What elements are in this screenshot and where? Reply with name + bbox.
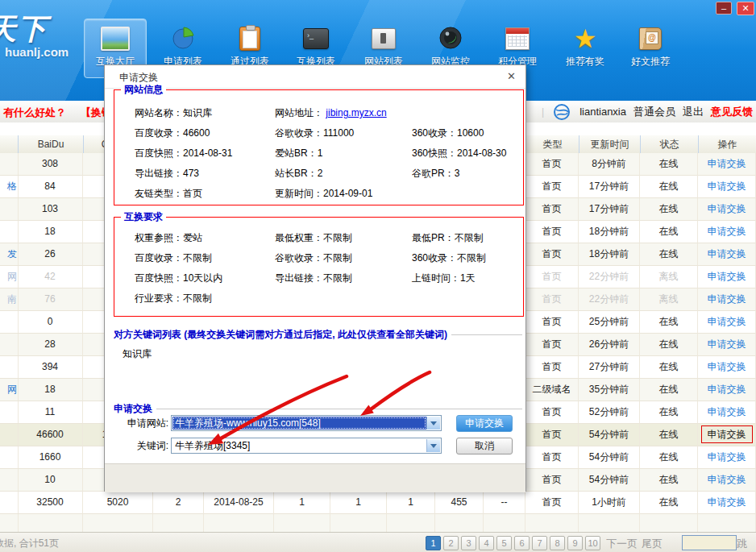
apply-exchange-link[interactable]: 申请交换 — [708, 361, 746, 372]
table-cell: 54分钟前 — [579, 446, 640, 469]
table-cell: 在线 — [640, 424, 698, 446]
table-cell: 1 — [330, 492, 387, 514]
table-cell: 首页 — [525, 424, 579, 446]
column-header[interactable]: BaiDu — [18, 135, 83, 154]
jump-button[interactable]: 跳转 — [737, 537, 756, 552]
toolbar-item-label: 推荐有奖 — [555, 55, 616, 68]
feedback-link[interactable]: 意见反馈 — [711, 105, 753, 119]
username: liantianxia — [579, 106, 626, 118]
field-text: 友链类型：首页 — [135, 187, 202, 201]
apply-exchange-link[interactable]: 申请交换 — [708, 158, 746, 169]
field-text: 谷歌收录：111000 — [275, 127, 354, 140]
site-url-link[interactable]: jibing.myzx.cn — [326, 107, 386, 118]
apply-exchange-link[interactable]: 申请交换 — [708, 181, 746, 192]
apply-exchange-dialog: 申请交换 ✕ 网站信息 网站名称：知识库网站地址： jibing.myzx.cn… — [104, 64, 526, 492]
apply-exchange-link[interactable]: 申请交换 — [708, 248, 746, 259]
next-page-button[interactable]: 下一页 — [606, 537, 638, 551]
column-header[interactable]: 类型 — [525, 135, 579, 154]
table-cell: 84 — [18, 176, 83, 198]
table-cell: 在线 — [640, 379, 698, 401]
table-row — [0, 514, 756, 532]
jump-input[interactable] — [682, 535, 737, 550]
logout-link[interactable]: 退出 — [683, 105, 704, 119]
apply-exchange-button[interactable]: 申请交换 — [456, 415, 513, 432]
table-cell: 35分钟前 — [579, 379, 640, 401]
table-cell: 2014-08-25 — [204, 492, 274, 514]
minimize-button[interactable]: – — [716, 2, 732, 15]
page-button[interactable]: 10 — [585, 536, 600, 550]
divider — [451, 334, 522, 335]
table-cell: 申请交换 — [698, 153, 756, 176]
apply-exchange-link[interactable]: 申请交换 — [708, 271, 746, 282]
toolbar-item-label: 好文推荐 — [620, 55, 681, 68]
apply-exchange-link[interactable]: 申请交换 — [708, 406, 746, 417]
table-cell — [698, 514, 756, 532]
dialog-titlebar[interactable]: 申请交换 ✕ — [105, 65, 525, 89]
column-header[interactable]: 状态 — [640, 135, 698, 154]
table-cell — [18, 514, 83, 532]
page-button[interactable]: 6 — [514, 536, 530, 550]
toolbar-item-articles[interactable]: 好文推荐 — [620, 19, 681, 77]
page-button[interactable]: 1 — [426, 536, 441, 550]
table-cell: 54分钟前 — [579, 469, 640, 492]
apply-exchange-link[interactable]: 申请交换 — [708, 384, 746, 395]
table-cell: 在线 — [640, 401, 698, 424]
promo-link-left[interactable]: 有什么好处？ — [3, 106, 66, 120]
column-header[interactable]: 更新时间 — [579, 135, 640, 154]
field-text: 导出链接：不限制 — [275, 272, 352, 285]
table-cell — [525, 514, 579, 532]
chevron-down-icon[interactable] — [426, 439, 440, 452]
table-cell: 申请交换 — [698, 198, 756, 221]
dialog-close-icon[interactable]: ✕ — [507, 70, 516, 82]
apply-exchange-link[interactable]: 申请交换 — [708, 316, 746, 327]
apply-exchange-link[interactable]: 申请交换 — [708, 474, 746, 485]
table-cell: 18分钟前 — [579, 243, 640, 266]
apply-site-selected-value: 牛羊养殖场-www.niuy15.com[548] — [172, 417, 426, 430]
page-button[interactable]: 2 — [443, 536, 459, 550]
star-icon: ★ — [574, 26, 597, 52]
apply-exchange-link[interactable]: 申请交换 — [708, 338, 746, 350]
apply-exchange-link[interactable]: 申请交换 — [708, 293, 746, 305]
table-cell: 52分钟前 — [579, 401, 640, 424]
calendar-icon — [505, 27, 530, 50]
table-cell — [0, 446, 19, 469]
last-page-button[interactable]: 尾页 — [642, 537, 663, 551]
table-cell: 首页 — [525, 266, 579, 288]
field-text: 站长BR：2 — [275, 167, 322, 181]
table-cell: 455 — [435, 492, 484, 514]
apply-legend: 申请交换 — [114, 402, 152, 416]
chevron-down-icon[interactable] — [426, 417, 440, 430]
page-button[interactable]: 7 — [532, 536, 547, 550]
page-button[interactable]: 5 — [496, 536, 512, 550]
table-cell: 申请交换 — [698, 176, 756, 198]
field-text: 更新时间：2014-09-01 — [275, 187, 372, 201]
field-text: 360收录：不限制 — [412, 251, 486, 265]
table-cell: 25分钟前 — [579, 311, 640, 334]
apply-exchange-link[interactable]: 申请交换 — [701, 425, 753, 443]
table-cell: 76 — [18, 288, 83, 311]
field-text: 谷歌PR：3 — [412, 167, 459, 181]
close-button[interactable]: ✕ — [737, 2, 754, 15]
page-button[interactable]: 3 — [461, 536, 476, 550]
table-cell: 10 — [18, 469, 83, 492]
table-cell: 首页 — [525, 446, 579, 469]
toolbar-item-referral[interactable]: ★ 推荐有奖 — [555, 19, 616, 77]
clipboard-icon — [239, 27, 260, 51]
column-header[interactable] — [0, 135, 18, 154]
keyword-select[interactable]: 牛羊养殖场[3345] — [171, 438, 442, 454]
page-button[interactable]: 8 — [550, 536, 565, 550]
table-cell: 首页 — [525, 356, 579, 379]
apply-exchange-link[interactable]: 申请交换 — [708, 496, 746, 508]
cancel-button[interactable]: 取消 — [456, 438, 513, 454]
column-header[interactable]: 操作 — [698, 135, 756, 154]
app-window: –✕ 天下 huanlj.com 互换大厅 申请列表 通过列表 互换列表 网站列… — [0, 0, 756, 552]
apply-exchange-link[interactable]: 申请交换 — [708, 451, 746, 463]
apply-site-select[interactable]: 牛羊养殖场-www.niuy15.com[548] — [171, 415, 442, 431]
apply-exchange-link[interactable]: 申请交换 — [708, 203, 746, 214]
table-cell — [0, 198, 19, 221]
table-cell: 申请交换 — [698, 243, 756, 266]
page-button[interactable]: 4 — [479, 536, 494, 550]
table-cell: 首页 — [525, 492, 579, 514]
apply-exchange-link[interactable]: 申请交换 — [708, 226, 746, 237]
page-button[interactable]: 9 — [567, 536, 583, 550]
